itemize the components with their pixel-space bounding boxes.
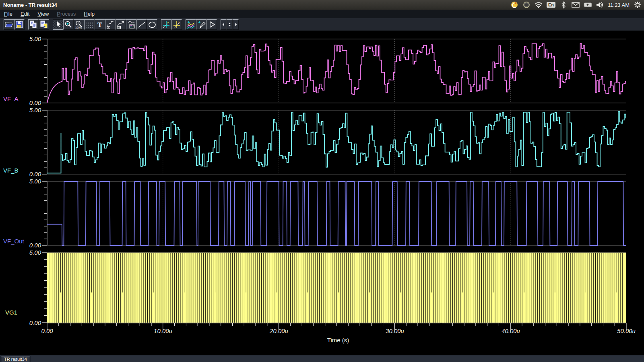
waveform-canvas bbox=[0, 31, 644, 355]
bluetooth-icon[interactable] bbox=[559, 1, 568, 9]
series-label-vg1: VG1 bbox=[5, 309, 17, 316]
nav-right-button[interactable] bbox=[233, 19, 239, 30]
legend-button[interactable] bbox=[126, 19, 136, 30]
nav-left-button[interactable] bbox=[221, 19, 227, 30]
nav-left-icon bbox=[221, 20, 226, 29]
run-button[interactable] bbox=[206, 19, 217, 30]
volume-icon[interactable] bbox=[596, 1, 604, 9]
zoom-in-button[interactable] bbox=[63, 19, 74, 30]
y-min-label-panel1: 0.00 bbox=[14, 99, 41, 107]
vf_a-waveform bbox=[47, 43, 626, 103]
y-max-label-panel1: 5.00 bbox=[14, 35, 41, 43]
select-icon bbox=[53, 20, 63, 29]
legend-icon bbox=[126, 20, 136, 29]
line-button[interactable] bbox=[136, 19, 147, 30]
menu-file[interactable]: File bbox=[0, 10, 17, 18]
clock-text[interactable]: 11:23 AM bbox=[608, 2, 630, 8]
tab-tr-result34[interactable]: TR result34 bbox=[1, 356, 30, 362]
show-curves-button[interactable] bbox=[186, 19, 196, 30]
x-tick-10: 10.00u bbox=[145, 327, 181, 335]
x-axis-title: Time (s) bbox=[306, 337, 370, 343]
annotate-curve-2-icon: ? bbox=[116, 20, 126, 29]
save-button[interactable] bbox=[14, 19, 25, 30]
annotate-curve-1-icon: a bbox=[105, 20, 115, 29]
toolbar-group-5 bbox=[221, 19, 239, 30]
y-max-label-panel3: 5.00 bbox=[14, 178, 41, 185]
menu-process: Process bbox=[53, 10, 80, 18]
mail-icon[interactable] bbox=[572, 1, 580, 9]
probe-button[interactable] bbox=[196, 19, 206, 30]
session-circle-icon[interactable] bbox=[522, 1, 530, 9]
toolbar-group-0 bbox=[4, 19, 25, 30]
y-max-label-panel4: 5.00 bbox=[14, 249, 41, 256]
nav-spinner-icon bbox=[227, 20, 232, 29]
gear-icon[interactable] bbox=[634, 1, 642, 9]
plot-area[interactable]: VF_A VF_B VF_Out VG1 5.00 0.00 5.00 0.00… bbox=[0, 31, 644, 355]
zoom-in-icon bbox=[64, 20, 73, 29]
y-max-label-panel2: 5.00 bbox=[14, 107, 41, 114]
toolbar-group-3: ab bbox=[161, 19, 182, 30]
save-icon bbox=[14, 20, 24, 29]
x-tick-50: 50.00u bbox=[608, 327, 644, 335]
y-min-label-panel3: 0.00 bbox=[14, 242, 41, 249]
probe-icon bbox=[196, 20, 206, 29]
y-min-label-panel4: 0.00 bbox=[14, 319, 41, 327]
title-bar[interactable]: Noname - TR result34 En 11:23 AM bbox=[0, 0, 644, 10]
open-button[interactable] bbox=[4, 19, 14, 30]
select-button[interactable] bbox=[53, 19, 63, 30]
menu-help[interactable]: Help bbox=[80, 10, 99, 18]
text-icon: T bbox=[95, 20, 105, 29]
zoom-100-icon: 100% bbox=[74, 20, 84, 29]
toolbar-group-4 bbox=[186, 19, 217, 30]
toolbar-group-2: 100%Ta? bbox=[53, 19, 157, 30]
annotate-curve-1-button[interactable]: a bbox=[105, 19, 116, 30]
ellipse-button[interactable] bbox=[147, 19, 157, 30]
battery-icon[interactable] bbox=[584, 1, 592, 9]
annotate-curve-2-button[interactable]: ? bbox=[116, 19, 126, 30]
text-button[interactable]: T bbox=[95, 19, 105, 30]
paste-button[interactable] bbox=[39, 19, 49, 30]
vf_b-waveform bbox=[47, 112, 626, 173]
menu-view[interactable]: View bbox=[33, 10, 53, 18]
wifi-icon[interactable] bbox=[535, 1, 543, 9]
x-tick-20: 20.00u bbox=[261, 327, 297, 335]
svg-text:b: b bbox=[178, 21, 180, 24]
grid-button[interactable] bbox=[84, 19, 95, 30]
svg-text:a: a bbox=[167, 21, 169, 24]
svg-text:T: T bbox=[97, 21, 102, 29]
y-min-label-panel2: 0.00 bbox=[14, 171, 41, 178]
system-tray: En 11:23 AM bbox=[510, 0, 642, 10]
app-blob-icon[interactable] bbox=[510, 1, 518, 9]
zoom-100-button[interactable]: 100% bbox=[74, 19, 84, 30]
paste-icon bbox=[39, 20, 49, 29]
cursor-a-button[interactable]: a bbox=[161, 19, 171, 30]
menu-edit[interactable]: Edit bbox=[17, 10, 33, 18]
x-tick-0: 0.00 bbox=[29, 327, 65, 335]
keyboard-indicator[interactable]: En bbox=[547, 2, 555, 8]
toolbar: 100%Ta?ab bbox=[0, 18, 644, 31]
run-icon bbox=[207, 20, 217, 29]
ellipse-icon bbox=[147, 20, 157, 29]
cursor-a-icon: a bbox=[161, 20, 171, 29]
open-icon bbox=[4, 20, 14, 29]
menu-bar: File Edit View Process Help bbox=[0, 10, 644, 19]
grid-icon bbox=[85, 20, 94, 29]
svg-text:a: a bbox=[108, 26, 109, 29]
x-tick-40: 40.00u bbox=[493, 327, 529, 335]
svg-text:100%: 100% bbox=[75, 26, 82, 29]
application-window: Noname - TR result34 En 11:23 AM Fil bbox=[0, 0, 644, 362]
nav-right-icon bbox=[233, 20, 238, 29]
window-title: Noname - TR result34 bbox=[0, 2, 57, 8]
copy-button[interactable] bbox=[28, 19, 39, 30]
nav-spinner-button[interactable] bbox=[227, 19, 233, 30]
cursor-b-icon: b bbox=[172, 20, 182, 29]
toolbar-group-1 bbox=[28, 19, 49, 30]
tab-bar: TR result34 bbox=[0, 355, 644, 362]
line-icon bbox=[137, 20, 147, 29]
x-tick-30: 30.00u bbox=[377, 327, 413, 335]
copy-icon bbox=[29, 20, 38, 29]
show-curves-icon bbox=[186, 20, 196, 29]
cursor-b-button[interactable]: b bbox=[171, 19, 182, 30]
vf_out-waveform bbox=[47, 181, 626, 245]
